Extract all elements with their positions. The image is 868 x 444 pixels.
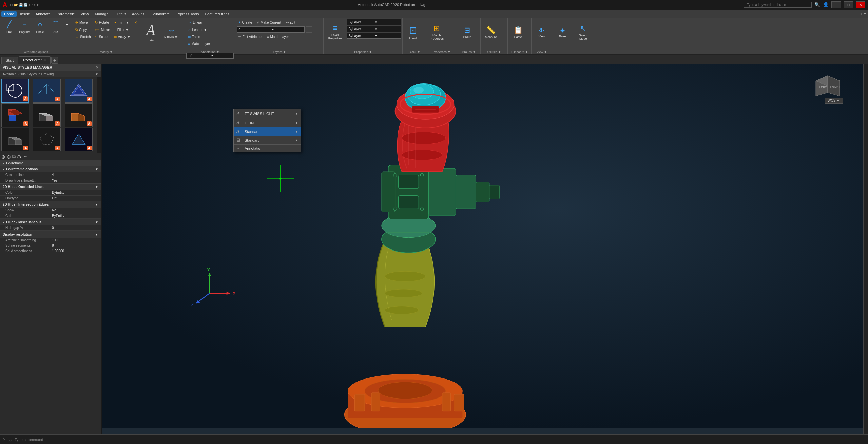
- ribbon-group-draw: ╱ Line ⌐ Polyline ○ Circle ⌒ Arc ▼ wiref…: [0, 18, 72, 54]
- style-sketchy[interactable]: A: [33, 128, 61, 151]
- dropdown-item-standard1[interactable]: A Standard ▼: [234, 127, 301, 136]
- command-input[interactable]: [15, 438, 865, 442]
- add-tab-button[interactable]: +: [51, 57, 58, 64]
- base-button[interactable]: ⊕ Base: [554, 19, 571, 45]
- menu-item-parametric[interactable]: Parametric: [54, 11, 77, 17]
- move-button[interactable]: ✛ Move: [74, 19, 93, 26]
- wireframe-options-header[interactable]: 2D Wireframe options▼: [0, 166, 101, 172]
- rotate-button[interactable]: ↻ Rotate: [93, 19, 112, 26]
- style-realistic[interactable]: A: [1, 103, 29, 127]
- ribbon: ╱ Line ⌐ Polyline ○ Circle ⌒ Arc ▼ wiref…: [0, 18, 868, 55]
- layer-props-btn[interactable]: ⊞: [306, 26, 312, 33]
- tab-robot-arm[interactable]: Robot arm* ✕: [19, 56, 51, 64]
- panel-close-button[interactable]: ✕: [96, 66, 98, 69]
- menu-item-featuredapps[interactable]: Featured Apps: [202, 11, 232, 17]
- create-style-icon[interactable]: ⊕: [1, 154, 5, 160]
- style-shaded-edges[interactable]: A: [65, 103, 93, 127]
- menu-item-insert[interactable]: Insert: [17, 11, 32, 17]
- panel-scroll-arrow[interactable]: ▼: [95, 72, 98, 76]
- settings-style-icon[interactable]: ⚙: [17, 154, 21, 160]
- array-button[interactable]: ⊞ Array ▼: [112, 33, 132, 40]
- circle-button[interactable]: ○ Circle: [33, 19, 47, 37]
- dropdown-item-annotation[interactable]: → Annotation: [234, 145, 301, 152]
- menu-item-view[interactable]: View: [78, 11, 92, 17]
- wcs-label[interactable]: WCS ▼: [825, 98, 843, 104]
- leader-button[interactable]: ↗ Leader ▼: [186, 26, 209, 33]
- search-input[interactable]: [744, 2, 812, 8]
- style-hidden[interactable]: A: [65, 79, 93, 103]
- intersection-header[interactable]: 2D Hide - Intersection Edges▼: [0, 201, 101, 208]
- create-layer-button[interactable]: + Create: [237, 19, 254, 26]
- layers-group-label: Layers ▼: [235, 50, 323, 54]
- make-current-button[interactable]: ✔ Make Current: [255, 19, 283, 26]
- minimize-button[interactable]: —: [831, 1, 841, 8]
- command-search-icon[interactable]: ⌕: [8, 437, 12, 443]
- linear-button[interactable]: ↔ Linear: [186, 19, 204, 26]
- dropdown-item-font1[interactable]: A TT SWISS LIGHT ▼: [234, 109, 301, 118]
- dimension-button[interactable]: ↔ Dimension: [162, 19, 180, 45]
- ribbon-group-layers: + Create ✔ Make Current ✏ Edit 0▼ ⊞ ✏ Ed…: [235, 18, 324, 54]
- polyline-button[interactable]: ⌐ Polyline: [17, 19, 32, 37]
- section-occluded: 2D Hide - Occluded Lines▼ Color ByEntity…: [0, 184, 101, 201]
- menu-item-home[interactable]: Home: [1, 11, 17, 17]
- match-properties-button[interactable]: ⊞ Match Properties: [428, 19, 445, 45]
- match-layer-button[interactable]: ≡ Match Layer: [186, 40, 212, 47]
- layer-combo[interactable]: 0▼: [237, 26, 305, 33]
- view-button[interactable]: 👁 View: [533, 19, 551, 45]
- edit-button[interactable]: ✏ Edit: [284, 19, 297, 26]
- dropdown-item-standard2[interactable]: ⊞ Standard ▼: [234, 136, 301, 144]
- bylayer-combo-3[interactable]: ByLayer▼: [347, 33, 401, 39]
- insert-button[interactable]: ⊡ Insert: [404, 19, 422, 45]
- style-xray[interactable]: A: [65, 128, 93, 151]
- styles-scrollbar[interactable]: [97, 77, 101, 153]
- menu-item-expresstools[interactable]: Express Tools: [173, 11, 201, 17]
- text-button[interactable]: A Text: [142, 19, 159, 45]
- menu-item-addins[interactable]: Add-ins: [129, 11, 147, 17]
- menu-item-collaborate[interactable]: Collaborate: [148, 11, 172, 17]
- style-gray[interactable]: A: [1, 128, 29, 151]
- viewport[interactable]: [-][Custom View]: [102, 64, 863, 434]
- erase-button[interactable]: ✕: [133, 19, 139, 26]
- style-wireframe[interactable]: A: [33, 79, 61, 103]
- edit-attributes-button[interactable]: ✏ Edit Attributes: [237, 33, 265, 40]
- svg-text:FRONT: FRONT: [830, 85, 841, 88]
- maximize-button[interactable]: □: [844, 1, 853, 8]
- delete-style-icon[interactable]: ⊖: [7, 154, 11, 160]
- select-mode-button[interactable]: ↖ Select Mode: [574, 19, 592, 45]
- viewport-scrollbar-right[interactable]: [863, 64, 868, 434]
- fillet-button[interactable]: ⌐ Fillet ▼: [112, 26, 132, 33]
- menu-item-annotate[interactable]: Annotate: [33, 11, 53, 17]
- measure-button[interactable]: 📏 Measure: [482, 19, 500, 45]
- mirror-button[interactable]: ⟺ Mirror: [93, 26, 112, 33]
- stretch-button[interactable]: ↔ Stretch: [74, 33, 93, 40]
- draw-more-button[interactable]: ▼: [64, 19, 71, 37]
- command-cancel-icon[interactable]: ✕: [3, 437, 6, 442]
- tab-start[interactable]: Start: [1, 57, 18, 64]
- match-layer-2-button[interactable]: ≡ Match Layer: [266, 33, 291, 40]
- table-button[interactable]: ⊞ Table: [186, 33, 202, 40]
- copy-style-icon[interactable]: ⧉: [12, 154, 16, 160]
- style-2d-wireframe[interactable]: A: [1, 79, 29, 103]
- menu-item-manage[interactable]: Manage: [92, 11, 111, 17]
- style-shaded[interactable]: A: [33, 103, 61, 127]
- copy-button[interactable]: ⧉ Copy: [74, 26, 93, 33]
- contour-lines-row: Contour lines 4: [0, 172, 101, 178]
- display-res-header[interactable]: Display resolution▼: [0, 231, 101, 238]
- ribbon-controls: □▼: [861, 12, 867, 16]
- bylayer-combo-2[interactable]: ByLayer▼: [347, 26, 401, 32]
- menu-item-output[interactable]: Output: [112, 11, 129, 17]
- bylayer-combo-1[interactable]: ByLayer▼: [347, 19, 401, 25]
- group-button[interactable]: ⊟ Group: [458, 19, 476, 45]
- line-button[interactable]: ╱ Line: [1, 19, 16, 37]
- close-button[interactable]: ✕: [856, 1, 865, 8]
- occluded-header[interactable]: 2D Hide - Occluded Lines▼: [0, 184, 101, 190]
- view-cube[interactable]: LEFT FRONT: [812, 71, 843, 98]
- paste-button[interactable]: 📋 Paste: [509, 19, 527, 45]
- dropdown-item-font2[interactable]: A TT IN ▼: [234, 118, 301, 127]
- properties-scroll[interactable]: 2D Wireframe options▼ Contour lines 4 Dr…: [0, 166, 101, 434]
- trim-button[interactable]: ✂ Trim ▼: [112, 19, 132, 26]
- scale-button[interactable]: ⤡ Scale: [93, 33, 112, 40]
- arc-button[interactable]: ⌒ Arc: [48, 19, 63, 37]
- layer-properties-button[interactable]: ≡ Layer Properties: [325, 19, 345, 44]
- misc-header[interactable]: 2D Hide - Miscellaneous▼: [0, 219, 101, 225]
